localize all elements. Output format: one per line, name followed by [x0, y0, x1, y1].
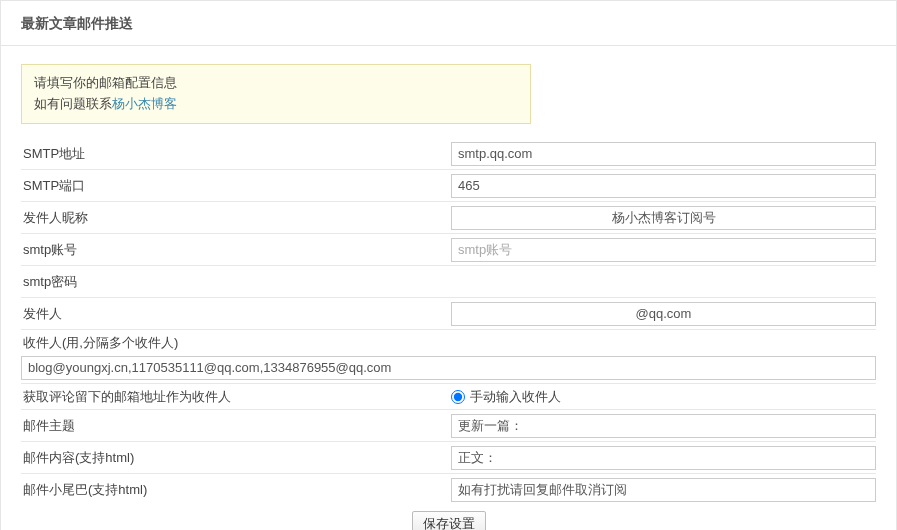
input-sender[interactable] [451, 302, 876, 326]
action-row: 保存设置 [21, 511, 876, 530]
input-subject[interactable] [451, 414, 876, 438]
input-smtp-pass-placeholder [451, 270, 876, 294]
save-button[interactable]: 保存设置 [412, 511, 486, 530]
label-source: 获取评论留下的邮箱地址作为收件人 [21, 388, 451, 406]
notice-line2-prefix: 如有问题联系 [34, 96, 112, 111]
label-smtp-port: SMTP端口 [21, 177, 451, 195]
label-subject: 邮件主题 [21, 417, 451, 435]
notice-box: 请填写你的邮箱配置信息 如有问题联系杨小杰博客 [21, 64, 531, 124]
row-smtp-addr: SMTP地址 [21, 138, 876, 170]
radio-manual-input-control[interactable] [451, 390, 465, 404]
row-smtp-pass: smtp密码 [21, 266, 876, 298]
page-title: 最新文章邮件推送 [21, 15, 876, 33]
input-smtp-port[interactable] [451, 174, 876, 198]
radio-manual-input-label: 手动输入收件人 [470, 388, 561, 406]
input-smtp-user[interactable] [451, 238, 876, 262]
row-footer: 邮件小尾巴(支持html) [21, 474, 876, 505]
settings-panel: 最新文章邮件推送 请填写你的邮箱配置信息 如有问题联系杨小杰博客 SMTP地址 … [0, 0, 897, 530]
label-smtp-user: smtp账号 [21, 241, 451, 259]
input-footer[interactable] [451, 478, 876, 502]
row-smtp-port: SMTP端口 [21, 170, 876, 202]
label-footer: 邮件小尾巴(支持html) [21, 481, 451, 499]
input-content[interactable] [451, 446, 876, 470]
row-smtp-user: smtp账号 [21, 234, 876, 266]
label-smtp-pass: smtp密码 [21, 273, 451, 291]
row-recipients: 收件人(用,分隔多个收件人) [21, 330, 876, 384]
notice-line1: 请填写你的邮箱配置信息 [34, 73, 518, 94]
label-smtp-addr: SMTP地址 [21, 145, 451, 163]
row-source: 获取评论留下的邮箱地址作为收件人 手动输入收件人 [21, 384, 876, 410]
label-recipients: 收件人(用,分隔多个收件人) [21, 334, 876, 356]
panel-header: 最新文章邮件推送 [1, 1, 896, 46]
input-smtp-addr[interactable] [451, 142, 876, 166]
label-sender-nick: 发件人昵称 [21, 209, 451, 227]
row-sender-nick: 发件人昵称 [21, 202, 876, 234]
label-content: 邮件内容(支持html) [21, 449, 451, 467]
radio-manual-input[interactable]: 手动输入收件人 [451, 388, 876, 406]
panel-body: 请填写你的邮箱配置信息 如有问题联系杨小杰博客 SMTP地址 SMTP端口 发件… [1, 46, 896, 530]
input-sender-nick[interactable] [451, 206, 876, 230]
label-sender: 发件人 [21, 305, 451, 323]
row-sender: 发件人 [21, 298, 876, 330]
row-content: 邮件内容(支持html) [21, 442, 876, 474]
notice-line2: 如有问题联系杨小杰博客 [34, 94, 518, 115]
row-subject: 邮件主题 [21, 410, 876, 442]
contact-link[interactable]: 杨小杰博客 [112, 96, 177, 111]
input-recipients[interactable] [21, 356, 876, 380]
